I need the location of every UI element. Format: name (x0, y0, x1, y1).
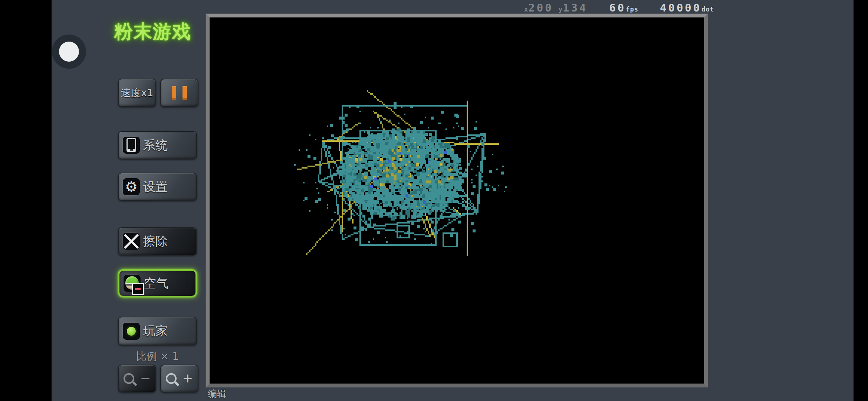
air-button[interactable]: 空气 (118, 269, 197, 297)
cursor-y-readout: y 134 (559, 3, 588, 13)
app-title: 粉末游戏 (86, 19, 220, 44)
air-decrease-icon (132, 283, 144, 295)
status-readout: x 200 y 134 60 fps 40000 dot (427, 0, 714, 13)
dot-count-readout: 40000 dot (660, 3, 714, 13)
player-ball-icon (123, 323, 140, 340)
pause-icon (183, 86, 187, 100)
zoom-in-button[interactable]: + (160, 365, 198, 392)
cursor-x-readout: x 200 (524, 3, 553, 13)
fps-readout: 60 fps (609, 3, 638, 13)
gear-icon: ⚙ (123, 178, 140, 195)
magnifier-icon (124, 373, 134, 384)
erase-x-icon (123, 233, 140, 250)
speed-button[interactable]: 速度x1 (118, 79, 156, 107)
game-area-frame (206, 14, 708, 387)
right-black-bar (854, 0, 868, 401)
zoom-out-button[interactable]: − (118, 365, 156, 392)
pause-icon (172, 86, 176, 100)
app-root: 粉末游戏 x 200 y 134 60 fps 40000 dot 速度x1 (0, 0, 868, 401)
magnifier-icon (166, 373, 177, 384)
pause-button[interactable] (160, 79, 198, 107)
edit-menu-label[interactable]: 编辑 (208, 388, 226, 400)
scale-label: 比例 × 1 (118, 349, 197, 363)
settings-button[interactable]: ⚙ 设置 (118, 173, 197, 201)
left-black-bar (0, 0, 52, 401)
air-ball-icon (124, 275, 141, 292)
floating-overlay-dot-icon (59, 42, 79, 62)
player-button[interactable]: 玩家 (118, 317, 197, 345)
game-canvas[interactable] (210, 17, 704, 384)
system-button[interactable]: 系统 (118, 131, 197, 159)
erase-button[interactable]: 擦除 (118, 227, 197, 255)
device-icon (123, 137, 140, 154)
floating-overlay-button[interactable] (52, 35, 86, 69)
